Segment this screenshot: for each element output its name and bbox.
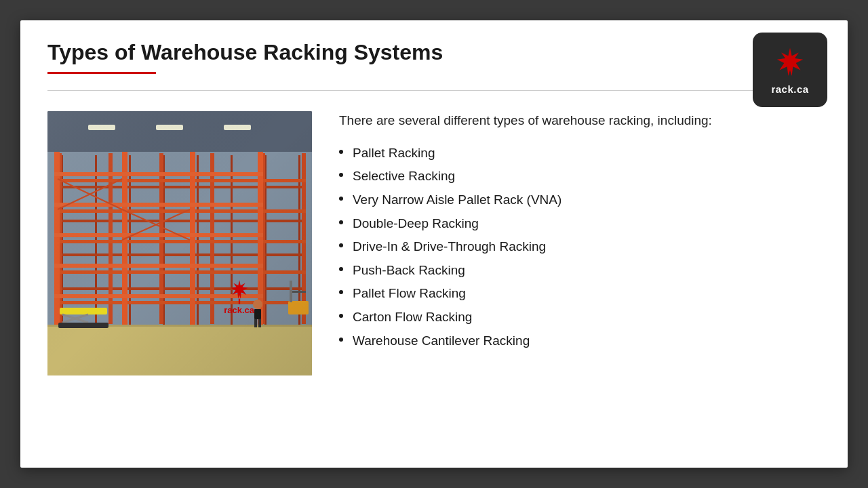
bullet-dot-icon	[339, 150, 343, 154]
list-item-label: Carton Flow Racking	[353, 308, 472, 327]
list-item-label: Warehouse Cantilever Racking	[353, 332, 530, 350]
list-item: Carton Flow Racking	[339, 308, 821, 327]
list-item: Selective Racking	[339, 167, 821, 186]
list-item-label: Very Narrow Aisle Pallet Rack (VNA)	[353, 191, 561, 209]
list-item: Double-Deep Racking	[339, 215, 821, 233]
list-item: Push-Back Racking	[339, 262, 821, 280]
image-section: rack.ca	[47, 104, 312, 450]
bullet-dot-icon	[339, 290, 343, 294]
bullet-dot-icon	[339, 173, 343, 177]
bullet-dot-icon	[339, 220, 343, 224]
list-item: Pallet Racking	[339, 144, 821, 163]
list-item-label: Selective Racking	[353, 167, 455, 186]
warehouse-image: rack.ca	[47, 111, 312, 375]
text-section: There are several different types of war…	[339, 104, 821, 450]
svg-rect-55	[238, 299, 239, 304]
bullet-dot-icon	[339, 197, 343, 201]
watermark-maple-leaf-icon	[226, 279, 253, 306]
list-item: Drive-In & Drive-Through Racking	[339, 238, 821, 256]
slide: rack.ca Types of Warehouse Racking Syste…	[20, 20, 848, 468]
photo-watermark: rack.ca	[224, 279, 254, 314]
red-underline-decoration	[47, 72, 156, 74]
slide-title: Types of Warehouse Racking Systems	[47, 39, 821, 65]
racking-types-list: Pallet Racking Selective Racking Very Na…	[339, 144, 821, 350]
slide-content: rack.ca There are several different type…	[20, 91, 848, 464]
svg-rect-54	[47, 111, 312, 375]
list-item: Warehouse Cantilever Racking	[339, 332, 821, 350]
slide-header: Types of Warehouse Racking Systems	[20, 20, 848, 85]
list-item-label: Double-Deep Racking	[353, 215, 479, 233]
list-item-label: Pallet Racking	[353, 144, 435, 163]
watermark-text: rack.ca	[224, 306, 254, 314]
bullet-dot-icon	[339, 267, 343, 271]
intro-paragraph: There are several different types of war…	[339, 111, 821, 131]
bullet-dot-icon	[339, 338, 343, 342]
bullet-dot-icon	[339, 314, 343, 318]
list-item-label: Pallet Flow Racking	[353, 285, 466, 303]
list-item-label: Push-Back Racking	[353, 262, 465, 280]
list-item-label: Drive-In & Drive-Through Racking	[353, 238, 546, 256]
list-item: Pallet Flow Racking	[339, 285, 821, 303]
bullet-dot-icon	[339, 243, 343, 247]
rack-structure-svg	[47, 111, 312, 375]
list-item: Very Narrow Aisle Pallet Rack (VNA)	[339, 191, 821, 209]
